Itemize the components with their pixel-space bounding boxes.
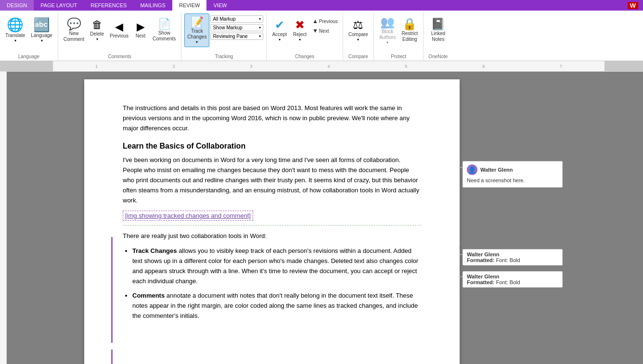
- tab-mailings[interactable]: MAILINGS: [133, 0, 172, 11]
- show-markup-caret: ▾: [259, 25, 261, 30]
- block-authors-arrow: ▾: [386, 40, 388, 45]
- ribbon-tabs: DESIGN PAGE LAYOUT REFERENCES MAILINGS R…: [0, 0, 643, 11]
- collaboration-list: Track Changes allows you to visibly keep…: [132, 246, 421, 321]
- tracked-image-placeholder: [img showing tracked changes and comment…: [123, 211, 253, 221]
- previous-comment-icon: ◀: [115, 22, 123, 32]
- main-area: The instructions and details in this pos…: [0, 72, 643, 364]
- ribbon: 🌐 Translate ▾ 🔤 Language ▾ Language 💬 Ne…: [0, 11, 643, 61]
- ribbon-group-compare: ⚖ Compare ▾ Compare: [343, 13, 374, 61]
- block-authors-button[interactable]: 👥 BlockAuthors ▾: [377, 13, 398, 47]
- track-changes-button[interactable]: 📝 TrackChanges ▾: [184, 13, 209, 47]
- list-item-comments: Comments annotate a document with notes …: [132, 291, 421, 321]
- delete-icon: 🗑: [92, 20, 103, 30]
- intro-paragraph: The instructions and details in this pos…: [123, 103, 421, 133]
- show-markup-dropdown[interactable]: Show Markup ▾: [210, 24, 263, 31]
- comment-1-avatar-icon: 👤: [468, 166, 476, 174]
- show-comments-icon: 📄: [158, 19, 171, 29]
- next-comment-label: Next: [136, 33, 146, 39]
- comment-1: 👤 Walter Glenn Need a screenshot here.: [463, 161, 563, 188]
- compare-button[interactable]: ⚖ Compare ▾: [346, 13, 371, 47]
- translate-icon: 🌐: [7, 18, 24, 32]
- ribbon-group-changes: ✔ Accept ▾ ✖ Reject ▾ ▲ Previous ▼ Next: [267, 13, 343, 61]
- section-heading: Learn the Basics of Collaboration: [123, 142, 421, 151]
- new-comment-button[interactable]: 💬 NewComment: [61, 13, 87, 47]
- ribbon-group-protect: 👥 BlockAuthors ▾ 🔒 RestrictEditing Prote…: [374, 13, 424, 61]
- comments-group-label: Comments: [61, 53, 179, 61]
- reject-label: Reject: [293, 32, 307, 38]
- show-comments-label: ShowComments: [153, 30, 176, 42]
- previous-comment-label: Previous: [110, 33, 129, 39]
- reviewing-pane-label: Reviewing Pane: [213, 34, 258, 39]
- language-label: Language: [31, 33, 52, 38]
- reviewing-pane-dropdown[interactable]: Reviewing Pane ▾: [210, 33, 263, 40]
- comment-sidebar: 👤 Walter Glenn Need a screenshot here. W…: [460, 79, 566, 289]
- accept-arrow: ▾: [279, 38, 281, 42]
- tab-design[interactable]: DESIGN: [0, 0, 34, 11]
- language-button[interactable]: 🔤 Language ▾: [28, 13, 55, 47]
- restrict-editing-button[interactable]: 🔒 RestrictEditing: [399, 13, 420, 47]
- track-changes-icon: 📝: [191, 17, 204, 27]
- comments-term: Comments: [132, 292, 165, 299]
- accept-button[interactable]: ✔ Accept ▾: [270, 13, 289, 47]
- tab-references[interactable]: REFERENCES: [84, 0, 133, 11]
- changes-group-label: Changes: [270, 53, 339, 61]
- comment-1-author: Walter Glenn: [480, 167, 513, 173]
- compare-arrow: ▾: [357, 38, 359, 42]
- track-changes-term: Track Changes: [132, 247, 177, 254]
- new-comment-label: NewComment: [64, 31, 84, 42]
- translate-button[interactable]: 🌐 Translate ▾: [3, 13, 27, 47]
- protect-group-label: Protect: [377, 53, 420, 61]
- compare-icon: ⚖: [353, 19, 363, 31]
- linked-notes-label: LinkedNotes: [431, 31, 445, 42]
- next-comment-icon: ▶: [137, 22, 145, 32]
- comment-1-body: Need a screenshot here.: [467, 177, 558, 184]
- previous-change-button[interactable]: ▲ Previous: [311, 17, 339, 25]
- language-group-label: Language: [3, 53, 55, 61]
- previous-comment-button[interactable]: ◀ Previous: [107, 13, 131, 47]
- compare-label: Compare: [348, 32, 368, 38]
- horizontal-ruler: 1 2 3 4 5 6 7: [0, 61, 643, 72]
- accept-label: Accept: [272, 32, 287, 38]
- comment-1-avatar: 👤: [467, 164, 477, 175]
- all-markup-label: All Markup: [213, 16, 258, 22]
- reject-button[interactable]: ✖ Reject ▾: [290, 13, 309, 47]
- show-comments-button[interactable]: 📄 ShowComments: [150, 13, 178, 47]
- restrict-editing-icon: 🔒: [402, 18, 417, 30]
- track-changes-label: TrackChanges: [187, 28, 206, 40]
- body-paragraph-1: I've been working on documents in Word f…: [123, 155, 421, 205]
- compare-group-label: Compare: [346, 53, 371, 61]
- linked-notes-icon: 📓: [431, 18, 445, 30]
- ribbon-group-onenote: 📓 LinkedNotes OneNote: [424, 13, 452, 61]
- track-changes-arrow: ▾: [196, 40, 198, 44]
- comments-description: annotate a document with notes that don'…: [132, 292, 418, 319]
- previous-change-icon: ▲: [312, 18, 318, 25]
- body-paragraph-2: There are really just two collaboration …: [123, 231, 421, 241]
- restrict-editing-label: RestrictEditing: [401, 31, 418, 42]
- delete-arrow: ▾: [96, 37, 98, 41]
- language-icon: 🔤: [33, 18, 50, 32]
- formatted-comment-2: Walter Glenn Formatted: Font: Bold: [463, 271, 563, 288]
- show-markup-label: Show Markup: [213, 25, 258, 30]
- previous-change-label: Previous: [319, 19, 338, 24]
- reject-arrow: ▾: [299, 38, 301, 42]
- delete-button[interactable]: 🗑 Delete ▾: [88, 13, 106, 47]
- translate-arrow: ▾: [14, 38, 16, 43]
- accept-icon: ✔: [275, 19, 284, 31]
- reject-icon: ✖: [295, 19, 305, 31]
- formatted-comment-2-detail: Formatted: Font: Bold: [467, 279, 558, 285]
- all-markup-caret: ▾: [259, 17, 261, 21]
- all-markup-dropdown[interactable]: All Markup ▾: [210, 15, 263, 23]
- new-comment-icon: 💬: [67, 18, 81, 30]
- block-authors-icon: 👥: [380, 16, 395, 28]
- tab-review[interactable]: REVIEW: [172, 0, 206, 11]
- next-comment-button[interactable]: ▶ Next: [132, 13, 149, 47]
- next-change-button[interactable]: ▼ Next: [311, 27, 339, 35]
- tab-view[interactable]: VIEW: [206, 0, 233, 11]
- ribbon-group-language: 🌐 Translate ▾ 🔤 Language ▾ Language: [0, 13, 58, 61]
- linked-notes-button[interactable]: 📓 LinkedNotes: [426, 13, 450, 47]
- formatted-comment-1: Walter Glenn Formatted: Font: Bold: [463, 249, 563, 265]
- tab-page-layout[interactable]: PAGE LAYOUT: [34, 0, 84, 11]
- next-change-icon: ▼: [312, 27, 318, 34]
- translate-label: Translate: [5, 33, 25, 38]
- tracking-group-label: Tracking: [184, 53, 263, 61]
